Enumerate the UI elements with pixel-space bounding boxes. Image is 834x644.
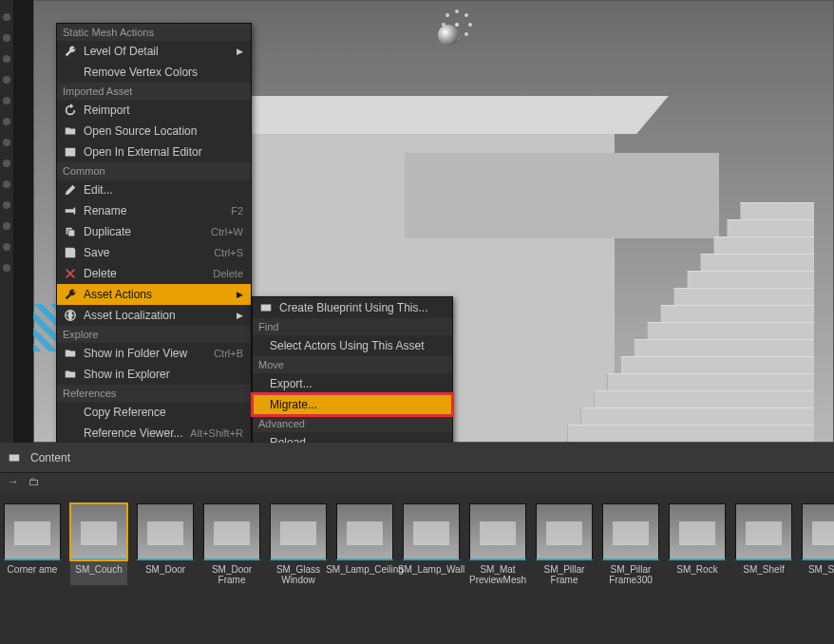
- selection-highlight: [33, 304, 56, 351]
- shortcut-label: Ctrl+W: [211, 226, 243, 237]
- menu-item-label: Copy Reference: [84, 406, 243, 419]
- asset-thumb-label: SM_Door: [145, 564, 185, 585]
- nav-forward-icon[interactable]: →: [8, 475, 19, 488]
- menu-reference-viewer[interactable]: Reference Viewer... Alt+Shift+R: [57, 423, 251, 444]
- asset-thumb-label: SM_Lamp_Ceiling: [326, 564, 404, 585]
- asset-thumb-label: SM_Door Frame: [203, 564, 260, 585]
- shortcut-label: Ctrl+S: [214, 247, 243, 258]
- chevron-right-icon: ▶: [237, 290, 243, 299]
- asset-thumb-preview: [602, 503, 659, 560]
- shortcut-label: Alt+Shift+R: [190, 427, 243, 439]
- menu-rename[interactable]: Rename F2: [57, 200, 251, 221]
- menu-item-label: Export...: [270, 377, 445, 390]
- delete-icon: [63, 266, 78, 281]
- menu-item-label: Delete: [84, 267, 213, 280]
- asset-thumb-label: SM_Mat PreviewMesh 02: [469, 564, 526, 585]
- duplicate-icon: [63, 224, 78, 239]
- asset-thumb[interactable]: SM_Shelf: [735, 503, 792, 585]
- menu-level-of-detail[interactable]: Level Of Detail ▶: [57, 41, 251, 62]
- save-icon: [63, 245, 78, 260]
- asset-thumb-preview: [669, 503, 726, 560]
- wrench-icon: [63, 44, 78, 59]
- asset-thumb-preview: [203, 503, 260, 560]
- asset-thumb-label: Corner ame: [8, 564, 58, 585]
- submenu-section-advanced: Advanced: [253, 415, 452, 432]
- asset-thumb-label: SM_Rock: [676, 564, 717, 585]
- menu-item-label: Asset Actions: [84, 288, 231, 301]
- menu-item-label: Reference Viewer...: [84, 426, 190, 440]
- asset-thumbnails: Corner ameSM_CouchSM_DoorSM_Door FrameSM…: [0, 498, 834, 644]
- pencil-icon: [63, 182, 78, 198]
- asset-thumb[interactable]: SM_Pillar Frame300: [602, 503, 659, 585]
- menu-reimport[interactable]: Reimport: [57, 100, 251, 121]
- section-common: Common: [57, 162, 251, 180]
- submenu-export[interactable]: Export...: [253, 373, 452, 394]
- menu-delete[interactable]: Delete Delete: [57, 263, 251, 284]
- asset-thumb-preview: [4, 503, 61, 560]
- asset-thumb-preview: [336, 503, 393, 560]
- content-browser: Content → 🗀 Corner ameSM_CouchSM_DoorSM_…: [0, 443, 834, 644]
- section-references: References: [57, 385, 251, 402]
- menu-copy-reference[interactable]: Copy Reference: [57, 402, 251, 423]
- rename-icon: [63, 203, 78, 218]
- reimport-icon: [63, 103, 78, 118]
- menu-asset-localization[interactable]: Asset Localization ▶: [57, 305, 251, 326]
- menu-edit[interactable]: Edit...: [57, 180, 251, 200]
- asset-thumb[interactable]: SM_Lamp_Wall: [403, 503, 460, 585]
- menu-item-label: Show in Folder View: [84, 347, 214, 360]
- section-explore: Explore: [57, 326, 251, 343]
- asset-thumb-label: SM_Pillar Frame300: [602, 564, 659, 585]
- menu-item-label: Level Of Detail: [84, 45, 231, 58]
- menu-asset-actions[interactable]: Asset Actions ▶: [57, 284, 251, 305]
- asset-thumb[interactable]: SM_Pillar Frame: [536, 503, 593, 585]
- submenu-select-actors[interactable]: Select Actors Using This Asset: [253, 335, 452, 356]
- asset-thumb-preview: [403, 503, 460, 560]
- menu-item-label: Show in Explorer: [84, 368, 243, 381]
- menu-item-label: Open Source Location: [84, 124, 243, 138]
- blank-icon: [63, 426, 78, 441]
- asset-thumb-preview: [802, 503, 834, 560]
- sun-gizmo: [428, 0, 481, 48]
- asset-thumb-label: SM_Lamp_Wall: [398, 564, 464, 585]
- tab-label[interactable]: Content: [30, 451, 70, 464]
- asset-thumb[interactable]: SM_Door Frame: [203, 503, 260, 585]
- shortcut-label: F2: [231, 205, 243, 217]
- asset-thumb[interactable]: SM_Door: [137, 503, 194, 585]
- menu-save[interactable]: Save Ctrl+S: [57, 242, 251, 263]
- folder-search-icon: [63, 123, 78, 139]
- left-rail: [0, 0, 13, 443]
- menu-open-external[interactable]: Open In External Editor: [57, 142, 251, 162]
- menu-open-source-location[interactable]: Open Source Location: [57, 121, 251, 142]
- asset-thumb[interactable]: SM_Rock: [669, 503, 726, 585]
- folder-icon[interactable]: 🗀: [28, 475, 40, 488]
- asset-thumb[interactable]: SM_Couch: [70, 503, 127, 585]
- menu-item-label: Save: [84, 246, 214, 259]
- asset-thumb[interactable]: SM_Mat PreviewMesh 02: [469, 503, 526, 585]
- asset-thumb-label: SM_Shelf: [743, 564, 784, 585]
- section-static-mesh: Static Mesh Actions: [57, 24, 251, 41]
- asset-thumb-preview: [469, 503, 526, 560]
- asset-thumb[interactable]: SM_Stairs: [802, 503, 834, 585]
- asset-thumb-preview: [137, 503, 194, 560]
- submenu-migrate[interactable]: Migrate...: [253, 394, 452, 415]
- menu-item-label: Remove Vertex Colors: [84, 66, 243, 79]
- asset-thumb[interactable]: SM_Lamp_Ceiling: [336, 503, 393, 585]
- menu-item-label: Asset Localization: [84, 309, 231, 322]
- menu-show-explorer[interactable]: Show in Explorer: [57, 364, 251, 385]
- menu-item-label: Select Actors Using This Asset: [270, 339, 445, 352]
- menu-remove-vertex-colors[interactable]: Remove Vertex Colors: [57, 62, 251, 83]
- blank-icon: [63, 405, 78, 420]
- blueprint-icon: [258, 300, 274, 315]
- menu-item-label: Rename: [84, 204, 231, 218]
- asset-thumb-label: SM_Pillar Frame: [536, 564, 593, 585]
- menu-duplicate[interactable]: Duplicate Ctrl+W: [57, 221, 251, 242]
- asset-thumb[interactable]: SM_Glass Window: [270, 503, 327, 585]
- explorer-icon: [63, 367, 78, 382]
- asset-thumb-preview: [270, 503, 327, 560]
- asset-thumb-label: SM_Stairs: [808, 564, 834, 585]
- asset-thumb[interactable]: Corner ame: [4, 503, 61, 585]
- shortcut-label: Delete: [213, 268, 243, 279]
- asset-thumb-preview: [536, 503, 593, 560]
- submenu-create-blueprint[interactable]: Create Blueprint Using This...: [253, 297, 452, 318]
- menu-show-folder[interactable]: Show in Folder View Ctrl+B: [57, 343, 251, 364]
